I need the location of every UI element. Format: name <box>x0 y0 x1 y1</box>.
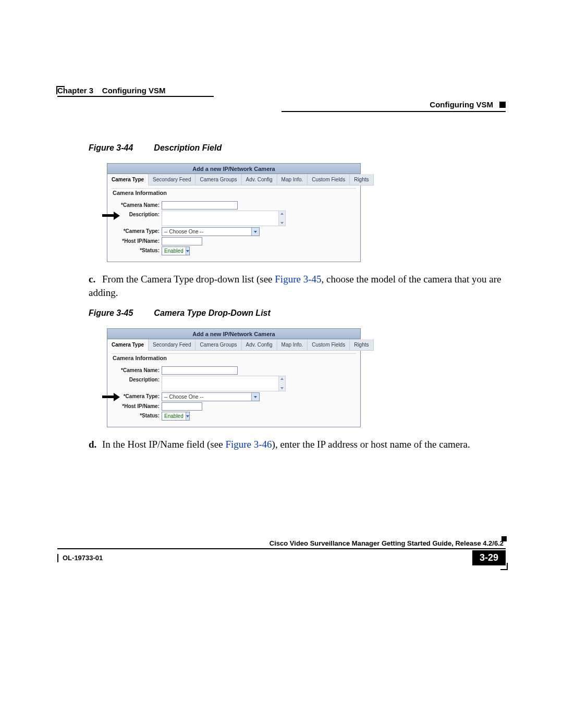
app-window-title: Add a new IP/Network Camera <box>107 329 360 339</box>
footer-square-icon <box>501 536 507 541</box>
label-status: *Status: <box>112 412 162 418</box>
tab-secondary-feed[interactable]: Secondary Feed <box>149 339 195 351</box>
chevron-down-icon[interactable] <box>251 228 259 236</box>
tab-camera-type[interactable]: Camera Type <box>107 174 149 186</box>
header-square-icon <box>499 102 506 108</box>
tab-custom-fields[interactable]: Custom Fields <box>308 339 350 351</box>
chapter-label: Chapter 3 <box>57 86 93 95</box>
figure-caption-3-45: Figure 3-45Camera Type Drop-Down List <box>89 309 506 318</box>
tab-rights[interactable]: Rights <box>350 339 373 351</box>
chevron-down-icon[interactable] <box>186 412 189 420</box>
camera-type-value: -- Choose One -- <box>162 229 251 235</box>
step-text-pre: From the Camera Type drop-down list (see <box>102 274 275 285</box>
header-chapter: Chapter 3 Configuring VSM <box>57 86 166 95</box>
chevron-down-icon[interactable] <box>251 393 259 401</box>
tab-camera-type[interactable]: Camera Type <box>107 339 149 351</box>
description-field[interactable] <box>162 376 286 391</box>
footer-doc-id: OL-19733-01 <box>57 554 103 562</box>
status-dropdown[interactable]: Enabled <box>162 412 190 421</box>
header-section-title: Configuring VSM <box>430 100 493 109</box>
tab-secondary-feed[interactable]: Secondary Feed <box>149 174 195 186</box>
footer-rule <box>57 548 506 549</box>
fieldset-camera-information: Camera Information <box>112 353 356 365</box>
app-tabs: Camera Type Secondary Feed Camera Groups… <box>107 339 360 351</box>
figure-number: Figure 3-44 <box>89 143 154 152</box>
description-field[interactable] <box>162 211 286 226</box>
crop-mark-bottom-right <box>500 563 508 570</box>
figure-3-44-screenshot: Add a new IP/Network Camera Camera Type … <box>107 163 361 262</box>
tab-rights[interactable]: Rights <box>350 174 373 186</box>
tab-map-info[interactable]: Map Info. <box>277 339 308 351</box>
camera-type-value: -- Choose One -- <box>162 394 251 400</box>
tab-map-info[interactable]: Map Info. <box>277 174 308 186</box>
header-rule-right <box>282 111 506 112</box>
app-window-title: Add a new IP/Network Camera <box>107 164 360 174</box>
camera-type-dropdown[interactable]: -- Choose One -- <box>162 392 260 401</box>
running-header: Chapter 3 Configuring VSM <box>57 86 506 95</box>
step-marker: c. <box>89 273 102 286</box>
host-ip-field[interactable] <box>162 402 202 411</box>
camera-type-dropdown[interactable]: -- Choose One -- <box>162 227 260 236</box>
tab-camera-groups[interactable]: Camera Groups <box>195 174 241 186</box>
status-value: Enabled <box>162 248 186 254</box>
label-camera-type: *Camera Type: <box>112 227 162 234</box>
label-camera-name: *Camera Name: <box>112 366 162 373</box>
label-camera-name: *Camera Name: <box>112 201 162 208</box>
figure-caption-3-44: Figure 3-44Description Field <box>89 143 506 153</box>
step-text-post: ), enter the IP address or host name of … <box>272 439 470 450</box>
step-text-pre: In the Host IP/Name field (see <box>102 439 225 450</box>
label-description: Description: <box>112 376 162 382</box>
xref-figure-3-46[interactable]: Figure 3-46 <box>225 439 272 450</box>
status-value: Enabled <box>162 413 186 419</box>
page-footer: Cisco Video Surveillance Manager Getting… <box>57 539 506 565</box>
figure-number: Figure 3-45 <box>89 309 154 317</box>
fieldset-camera-information: Camera Information <box>112 188 356 200</box>
callout-arrow-description <box>102 212 123 220</box>
tab-camera-groups[interactable]: Camera Groups <box>195 339 241 351</box>
camera-name-field[interactable] <box>162 366 238 375</box>
step-marker: d. <box>89 438 102 451</box>
status-dropdown[interactable]: Enabled <box>162 246 190 255</box>
host-ip-field[interactable] <box>162 237 202 245</box>
step-c: c.From the Camera Type drop-down list (s… <box>89 273 506 299</box>
callout-arrow-camera-type <box>102 393 123 401</box>
figure-title: Camera Type Drop-Down List <box>154 309 270 317</box>
label-host-ip: *Host IP/Name: <box>112 237 162 244</box>
chevron-down-icon[interactable] <box>186 247 189 255</box>
page-body: Chapter 3 Configuring VSM Configuring VS… <box>57 86 506 455</box>
label-host-ip: *Host IP/Name: <box>112 402 162 409</box>
header-rule-left <box>57 96 214 97</box>
tab-adv-config[interactable]: Adv. Config <box>242 174 277 186</box>
app-tabs: Camera Type Secondary Feed Camera Groups… <box>107 174 360 186</box>
camera-name-field[interactable] <box>162 201 238 209</box>
chapter-title: Configuring VSM <box>102 86 166 95</box>
figure-title: Description Field <box>154 143 222 152</box>
tab-adv-config[interactable]: Adv. Config <box>242 339 277 351</box>
figure-3-45-screenshot: Add a new IP/Network Camera Camera Type … <box>107 328 361 427</box>
footer-guide-title: Cisco Video Surveillance Manager Getting… <box>57 539 506 547</box>
tab-custom-fields[interactable]: Custom Fields <box>308 174 350 186</box>
step-d: d.In the Host IP/Name field (see Figure … <box>89 438 506 451</box>
textarea-scrollbar[interactable] <box>278 211 285 226</box>
textarea-scrollbar[interactable] <box>278 376 285 391</box>
xref-figure-3-45[interactable]: Figure 3-45 <box>275 274 321 285</box>
label-status: *Status: <box>112 246 162 253</box>
